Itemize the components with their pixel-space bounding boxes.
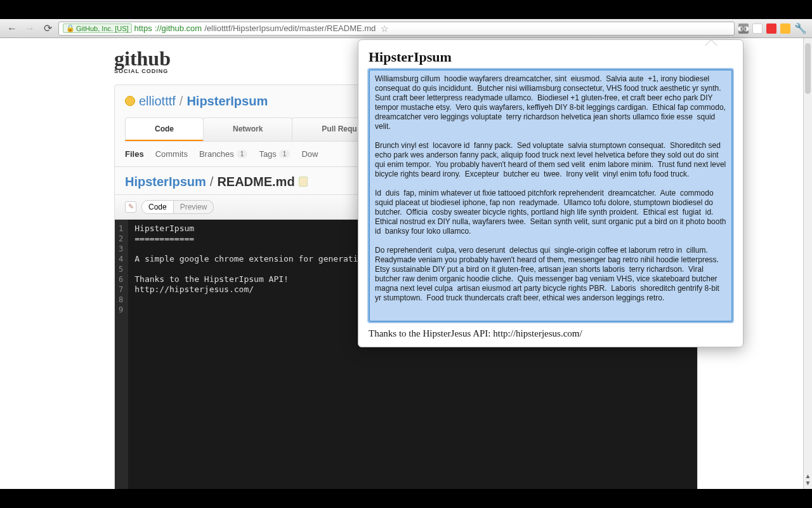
subtab-files[interactable]: Files bbox=[125, 149, 144, 159]
subtab-downloads[interactable]: Dow bbox=[301, 149, 318, 159]
url-host: ://github.com bbox=[155, 23, 202, 33]
subtab-commits[interactable]: Commits bbox=[155, 149, 188, 159]
subtab-tags-label: Tags bbox=[259, 149, 276, 159]
repo-owner-link[interactable]: elliotttf bbox=[139, 94, 176, 109]
hipster-extension-icon[interactable]: ◐◑ bbox=[738, 23, 749, 34]
repo-name-link[interactable]: HipsterIpsum bbox=[187, 94, 268, 109]
forward-button[interactable]: → bbox=[23, 22, 37, 36]
extension-tray: ◐◑ 🔧 bbox=[738, 22, 807, 34]
browser-toolbar: ← → ⟳ 🔒 GitHub, Inc. [US] https ://githu… bbox=[0, 19, 812, 38]
ssl-badge: 🔒 GitHub, Inc. [US] bbox=[63, 23, 132, 33]
subtab-branches-label: Branches bbox=[199, 149, 234, 159]
tab-code[interactable]: Code bbox=[125, 117, 204, 141]
public-repo-icon bbox=[125, 96, 135, 106]
mode-preview[interactable]: Preview bbox=[174, 200, 214, 214]
scroll-thumb[interactable] bbox=[805, 43, 811, 94]
popup-title: HipsterIpsum bbox=[369, 49, 733, 65]
extension-icon[interactable] bbox=[780, 23, 790, 34]
branches-count: 1 bbox=[237, 150, 248, 158]
settings-wrench-icon[interactable]: 🔧 bbox=[794, 22, 807, 34]
ipsum-textarea[interactable] bbox=[369, 69, 733, 322]
tab-network[interactable]: Network bbox=[203, 117, 292, 141]
slash: / bbox=[180, 94, 183, 109]
file-icon bbox=[299, 177, 308, 187]
line-gutter: 123456789 bbox=[115, 220, 128, 489]
lock-icon: 🔒 bbox=[66, 24, 75, 32]
address-bar[interactable]: 🔒 GitHub, Inc. [US] https ://github.com … bbox=[58, 22, 735, 36]
crumb-file: README.md bbox=[217, 175, 294, 189]
extension-icon[interactable] bbox=[766, 23, 776, 34]
extension-popup: HipsterIpsum Thanks to the HipsterJesus … bbox=[358, 39, 743, 347]
page-scrollbar[interactable]: ▲▼ bbox=[803, 38, 812, 489]
editor-mode-toggle: Code Preview bbox=[141, 200, 214, 214]
code-content[interactable]: HipsterIpsum============ A simple google… bbox=[128, 220, 374, 489]
mode-code[interactable]: Code bbox=[141, 200, 174, 214]
bookmark-star-icon[interactable]: ☆ bbox=[381, 23, 389, 34]
url-scheme: https bbox=[134, 23, 152, 33]
ssl-org: GitHub, Inc. [US] bbox=[76, 25, 129, 32]
reload-button[interactable]: ⟳ bbox=[41, 22, 55, 36]
scroll-arrows[interactable]: ▲▼ bbox=[804, 472, 812, 486]
back-button[interactable]: ← bbox=[5, 22, 19, 36]
tags-count: 1 bbox=[279, 150, 291, 158]
subtab-branches[interactable]: Branches 1 bbox=[199, 149, 247, 159]
popup-credit: Thanks to the HipsterJesus API: http://h… bbox=[369, 328, 733, 339]
subtab-tags[interactable]: Tags 1 bbox=[259, 149, 290, 159]
url-path: /elliotttf/HipsterIpsum/edit/master/READ… bbox=[204, 23, 376, 33]
crumb-root[interactable]: HipsterIpsum bbox=[125, 175, 206, 189]
edit-icon[interactable]: ✎ bbox=[125, 201, 136, 213]
extension-icon[interactable] bbox=[752, 23, 763, 34]
